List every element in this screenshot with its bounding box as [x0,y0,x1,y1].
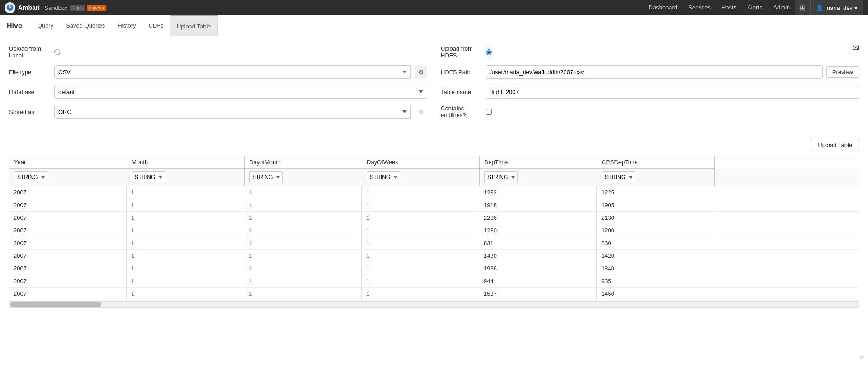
scroll-thumb[interactable] [10,302,101,307]
contains-endlines-checkbox[interactable] [486,109,492,115]
nav-dashboard[interactable]: Dashboard [643,0,683,15]
contains-endlines-control [486,109,859,115]
file-type-row: File type CSV JSON XML ⚙ [9,65,427,79]
type-select-year[interactable]: STRING [14,171,47,183]
upload-hdfs-radio-wrap [486,49,859,55]
alerts-badge: 0 alerts [87,5,106,11]
nav-hosts[interactable]: Hosts [716,0,742,15]
section-divider [9,134,859,134]
type-cell-year: STRING [9,169,127,186]
type-row: STRING STRING STRING STRING STRING STRIN… [9,169,859,186]
data-cell: 1 [127,224,244,237]
nav-services[interactable]: Services [683,0,716,15]
upload-btn-row: Upload Table [9,139,859,151]
data-cell: 1 [244,199,362,211]
type-cell-crsdeptime: STRING [597,169,715,186]
data-cell: 1230 [479,224,597,237]
form-left: Upload from Local File type CSV JSON XML… [9,45,427,125]
nav-admin[interactable]: Admin [768,0,795,15]
file-type-select[interactable]: CSV JSON XML [54,65,411,79]
upload-local-radio-wrap [54,49,427,55]
tab-saved-queries[interactable]: Saved Queries [60,15,111,36]
data-cell: 1 [244,250,362,262]
hive-tabs: Query Saved Queries History UDFs Upload … [31,15,218,36]
data-cell: 2007 [9,212,127,224]
grid-icon[interactable]: ⊞ [795,0,810,15]
stored-as-select[interactable]: ORC TEXTFILE PARQUET [54,105,411,119]
type-select-month[interactable]: STRING [132,171,165,183]
tab-query[interactable]: Query [31,15,60,36]
stored-as-row: Stored as ORC TEXTFILE PARQUET ⚙ [9,105,427,119]
col-header-dayofmonth: DayofMonth [245,156,362,169]
data-cell: 1 [244,224,362,237]
type-select-deptime[interactable]: STRING [484,171,518,183]
type-select-crsdeptime[interactable]: STRING [602,171,635,183]
upload-hdfs-label: Upload from HDFS [441,45,486,59]
data-cell: 831 [479,237,597,249]
upload-local-label: Upload from Local [9,45,54,59]
stored-as-control: ORC TEXTFILE PARQUET ⚙ [54,105,427,119]
tab-history[interactable]: History [111,15,142,36]
preview-button[interactable]: Preview [826,66,859,78]
upload-local-row: Upload from Local [9,45,427,59]
user-dropdown[interactable]: 👤 maria_dev ▾ [810,0,863,15]
brand-logo-area: Ambari [5,2,40,13]
data-cell: 1 [362,262,479,275]
type-select-dayofmonth[interactable]: STRING [249,171,283,183]
data-cell: 1 [362,186,479,199]
data-cell: 1 [362,212,479,224]
table-name-input[interactable]: flight_2007 [486,85,859,99]
sandbox-badge: Sandbox 0 ops 0 alerts [44,5,106,11]
data-cell: 944 [479,275,597,287]
data-cell: 1 [127,288,244,300]
data-cell: 1 [362,288,479,300]
upload-table-button[interactable]: Upload Table [811,139,859,151]
data-cell: 1 [127,237,244,249]
data-cell: 1225 [597,186,714,199]
database-select[interactable]: default other [54,85,427,99]
col-header-deptime: DepTime [480,156,597,169]
file-type-control: CSV JSON XML ⚙ [54,65,427,79]
horizontal-scrollbar[interactable] [9,301,859,308]
data-cell: 2130 [597,212,714,224]
type-select-dayofweek[interactable]: STRING [367,171,400,183]
data-cell: 2007 [9,199,127,211]
data-cell: 1 [362,250,479,262]
upload-hdfs-radio[interactable] [486,49,492,55]
data-cell: 1420 [597,250,714,262]
data-cell: 1 [127,275,244,287]
data-cell: 1 [362,224,479,237]
data-cell: 1 [362,237,479,249]
data-cell: 1 [244,237,362,249]
table-row: 200711115371450 [9,288,859,300]
stored-as-gear-icon: ⚙ [415,105,427,118]
type-cell-dayofweek: STRING [362,169,480,186]
expand-icon[interactable]: ↗ [859,354,863,360]
hdfs-path-control: /user/maria_dev/wafluddin/2007.csv Previ… [486,65,859,79]
tab-upload-table[interactable]: Upload Table [170,15,218,36]
table-scroll[interactable]: Year Month DayofMonth DayOfWeek DepTime … [9,156,859,308]
col-headers-row: Year Month DayofMonth DayOfWeek DepTime … [9,156,859,169]
tab-udfs[interactable]: UDFs [142,15,170,36]
stored-as-label: Stored as [9,109,54,115]
table-row: 200711119361840 [9,262,859,275]
data-cell: 2007 [9,275,127,287]
form-section: Upload from Local File type CSV JSON XML… [9,45,859,125]
file-type-gear-icon[interactable]: ⚙ [415,66,427,78]
data-cell: 1 [127,250,244,262]
upload-local-radio[interactable] [54,49,60,55]
type-cell-dayofmonth: STRING [245,169,362,186]
table-name-row: Table name flight_2007 [441,85,859,99]
data-cell: 1936 [479,262,597,275]
database-row: Database default other [9,85,427,99]
upload-hdfs-row: Upload from HDFS [441,45,859,59]
data-cell: 1 [244,186,362,199]
nav-alerts[interactable]: Alerts [742,0,768,15]
hdfs-path-input[interactable]: /user/maria_dev/wafluddin/2007.csv [486,65,823,79]
data-cell: 1537 [479,288,597,300]
data-cell: 1 [244,212,362,224]
col-header-month: Month [127,156,245,169]
data-cell: 2007 [9,224,127,237]
username: maria_dev [825,5,853,11]
email-icon[interactable]: ✉ [852,43,859,53]
